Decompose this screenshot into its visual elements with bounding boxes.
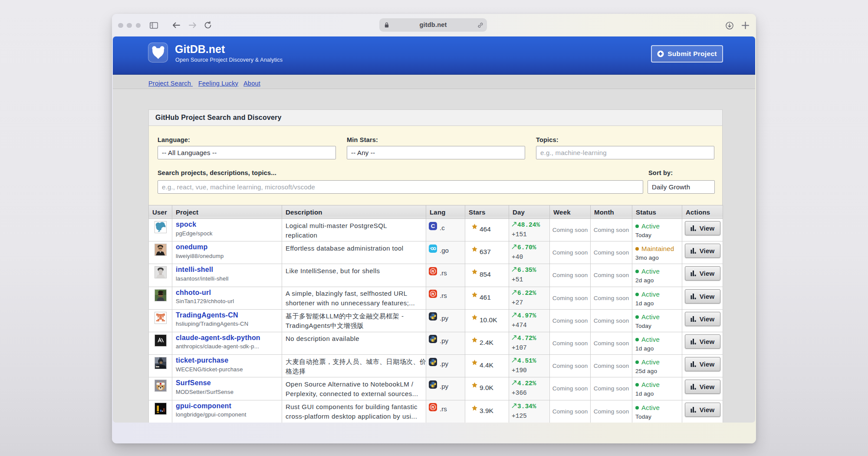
svg-text:R: R	[431, 291, 434, 296]
svg-text:R: R	[431, 269, 434, 274]
svg-text:R: R	[431, 405, 434, 410]
svg-text:C: C	[431, 223, 435, 229]
